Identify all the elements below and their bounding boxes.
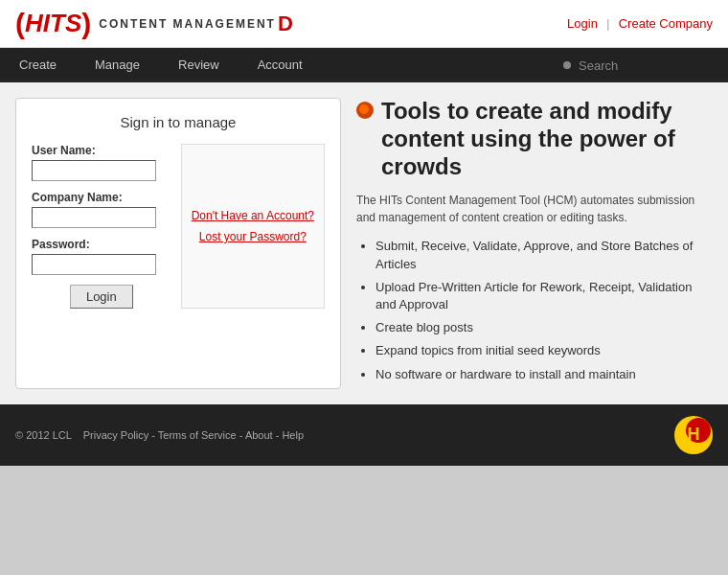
footer-about[interactable]: About [245,429,273,441]
list-item: No software or hardware to install and m… [375,366,713,383]
content-title: Tools to create and modify content using… [381,98,713,180]
content-list: Submit, Receive, Validate, Approve, and … [356,238,713,382]
password-label: Password: [32,238,171,251]
form-section: User Name: Company Name: Password: Login… [32,144,325,309]
main-content: Sign in to manage User Name: Company Nam… [0,82,728,404]
login-panel: Sign in to manage User Name: Company Nam… [15,98,341,389]
nav-manage[interactable]: Manage [76,48,159,82]
footer-help[interactable]: Help [282,429,304,441]
header: ( HITS ) CONTENT MANAGEMENT D Login | Cr… [0,0,728,48]
create-company-link[interactable]: Create Company [619,16,713,31]
search-input[interactable] [579,58,713,73]
username-label: User Name: [32,144,171,157]
list-item: Create blog posts [375,319,713,336]
nav-account[interactable]: Account [239,48,322,82]
footer-copyright: © 2012 LCL [15,429,71,441]
footer: © 2012 LCL Privacy Policy - Terms of Ser… [0,404,728,466]
logo-hits-text: HITS [25,9,81,38]
login-btn-wrap: Login [32,285,171,309]
nav-review[interactable]: Review [159,48,239,82]
company-label: Company Name: [32,191,171,204]
footer-privacy[interactable]: Privacy Policy [83,429,148,441]
nav-search-area [563,58,728,73]
list-item: Submit, Receive, Validate, Approve, and … [375,238,713,272]
search-dot-icon [563,61,571,69]
logo-close-paren: ) [81,10,91,38]
logo-open-paren: ( [15,10,25,38]
logo: ( HITS ) CONTENT MANAGEMENT D [15,9,293,38]
header-links: Login | Create Company [567,16,713,31]
content-subtitle: The HITs Content Management Tool (HCM) a… [356,192,713,226]
form-links: Don't Have an Account? Lost your Passwor… [181,144,325,309]
company-input[interactable] [32,207,156,228]
right-content: Tools to create and modify content using… [356,98,713,389]
separator: | [606,17,612,31]
login-button[interactable]: Login [70,285,133,309]
nav-create[interactable]: Create [0,48,76,82]
footer-logo: H [674,416,713,454]
footer-terms[interactable]: Terms of Service [158,429,237,441]
password-input[interactable] [32,254,156,275]
footer-left: © 2012 LCL Privacy Policy - Terms of Ser… [15,429,304,441]
list-item: Expand topics from initial seed keywords [375,342,713,359]
logo-cm-text: CONTENT MANAGEMENT [99,17,276,31]
form-fields: User Name: Company Name: Password: Login [32,144,171,309]
content-title-wrap: Tools to create and modify content using… [356,98,713,180]
orange-dot-icon [356,102,374,119]
no-account-link[interactable]: Don't Have an Account? [192,209,314,222]
logo-d: D [278,12,293,36]
list-item: Upload Pre-Written Article for Rework, R… [375,279,713,313]
lost-password-link[interactable]: Lost your Password? [199,230,307,243]
nav: Create Manage Review Account [0,48,728,82]
footer-logo-letter: H [688,425,700,445]
login-title: Sign in to manage [32,114,325,130]
username-input[interactable] [32,160,156,181]
login-link[interactable]: Login [567,16,598,31]
